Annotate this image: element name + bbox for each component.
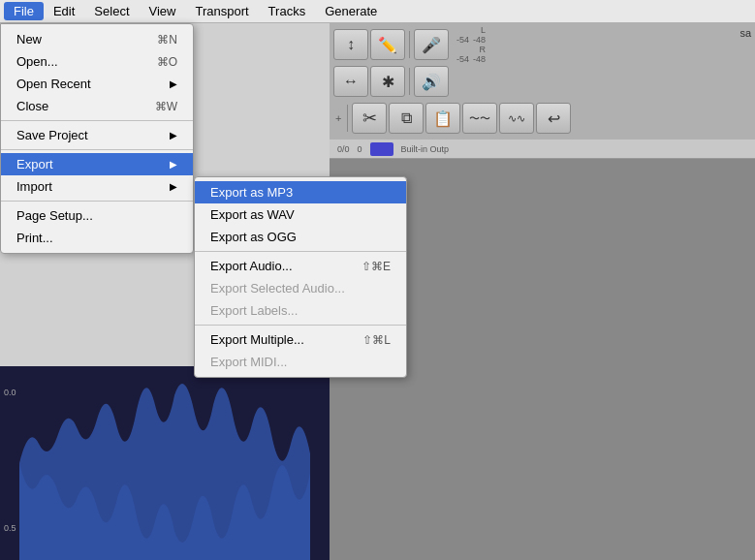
menubar: File Edit Select View Transport Tracks G… [0, 0, 755, 23]
menu-item-page-setup-label: Page Setup... [16, 208, 93, 223]
time-cursor[interactable] [370, 142, 393, 156]
tool-wave2-btn[interactable]: ∿∿ [499, 103, 534, 134]
menu-item-save-project-label: Save Project [16, 128, 88, 142]
menu-item-print-label: Print... [16, 231, 53, 245]
submenu-item-export-ogg[interactable]: Export as OGG [195, 226, 406, 248]
menu-item-print[interactable]: Print... [1, 227, 193, 249]
submenu-separator-1 [195, 251, 406, 252]
menu-item-new[interactable]: New ⌘N [1, 28, 193, 50]
menu-item-new-shortcut: ⌘N [157, 33, 177, 47]
submenu-item-export-multiple-label: Export Multiple... [210, 332, 304, 347]
menu-item-close[interactable]: Close ⌘W [1, 95, 193, 117]
vu-mark-48-1: -48 [473, 35, 486, 45]
vu-label-L: L [481, 25, 486, 35]
tool-pencil-btn[interactable]: ✏️ [370, 29, 405, 60]
menu-item-open-label: Open... [16, 54, 58, 69]
tool-copy-btn[interactable]: ⧉ [389, 103, 424, 134]
export-arrow-icon: ▶ [170, 159, 177, 170]
tool-select-btn[interactable]: ↕ [333, 29, 368, 60]
menu-item-import[interactable]: Import ▶ [1, 175, 193, 198]
submenu-item-export-selected: Export Selected Audio... [195, 277, 406, 299]
time-marker-start: 0/0 [337, 144, 350, 154]
toolbar-row-1: ↕ ✏️ 🎤 L -54 -48 R -54 -48 [333, 27, 751, 62]
menu-item-export-label: Export [16, 157, 53, 171]
tool-scissors-btn[interactable]: ✂ [352, 103, 387, 134]
submenu-item-export-wav[interactable]: Export as WAV [195, 203, 406, 226]
open-recent-arrow-icon: ▶ [170, 78, 177, 89]
menu-item-import-label: Import [16, 179, 52, 194]
menubar-item-select[interactable]: Select [84, 2, 139, 20]
tool-speaker-btn[interactable]: 🔊 [414, 66, 449, 97]
submenu-item-export-labels: Export Labels... [195, 299, 406, 322]
export-submenu-panel: Export as MP3 Export as WAV Export as OG… [194, 176, 407, 378]
waveform-display: 0.0 0.5 [0, 366, 330, 560]
tool-move-btn[interactable]: ↔ [333, 66, 368, 97]
submenu-item-export-multiple-shortcut: ⇧⌘L [362, 333, 391, 347]
output-label: sa [739, 27, 751, 39]
submenu-item-export-mp3[interactable]: Export as MP3 [195, 181, 406, 203]
menubar-item-file[interactable]: File [4, 2, 44, 20]
submenu-item-export-mp3-label: Export as MP3 [210, 185, 293, 200]
submenu-item-export-audio-shortcut: ⇧⌘E [362, 260, 391, 273]
toolbar-divider-2 [409, 68, 410, 95]
submenu-item-export-midi: Export MIDI... [195, 351, 406, 373]
menu-separator-1 [1, 120, 193, 121]
time-ruler: 0/0 0 Built-in Outp [330, 140, 755, 159]
file-menu-panel: New ⌘N Open... ⌘O Open Recent ▶ Close ⌘W… [0, 23, 194, 254]
vu-mark-54-1: -54 [456, 35, 469, 45]
menubar-item-edit[interactable]: Edit [44, 2, 84, 20]
plus-label: + [333, 112, 343, 124]
submenu-item-export-wav-label: Export as WAV [210, 207, 295, 222]
vu-mark-48-2: -48 [473, 54, 486, 64]
submenu-item-export-selected-label: Export Selected Audio... [210, 281, 345, 296]
menu-item-close-shortcut: ⌘W [155, 100, 177, 113]
menu-separator-2 [1, 149, 193, 150]
menu-item-page-setup[interactable]: Page Setup... [1, 204, 193, 227]
toolbar: sa ↕ ✏️ 🎤 L -54 -48 R -54 -48 ↔ [330, 23, 755, 140]
vu-label-R: R [480, 45, 487, 54]
tool-paste-btn[interactable]: 📋 [425, 103, 460, 134]
time-marker-mid: 0 [358, 144, 362, 154]
svg-text:0.5: 0.5 [4, 523, 16, 533]
menu-item-open-recent[interactable]: Open Recent ▶ [1, 73, 193, 95]
toolbar-divider-1 [409, 31, 410, 58]
submenu-item-export-audio-label: Export Audio... [210, 259, 293, 273]
menu-item-open-shortcut: ⌘O [157, 55, 177, 69]
menu-item-open-recent-label: Open Recent [16, 77, 91, 91]
svg-text:0.0: 0.0 [4, 388, 16, 397]
menu-separator-3 [1, 201, 193, 202]
menu-item-save-project[interactable]: Save Project ▶ [1, 124, 193, 146]
tool-wave1-btn[interactable]: 〜〜 [462, 103, 497, 134]
menu-item-new-label: New [16, 32, 42, 47]
menubar-item-view[interactable]: View [140, 2, 186, 20]
import-arrow-icon: ▶ [170, 181, 177, 192]
submenu-item-export-labels-label: Export Labels... [210, 303, 298, 318]
menu-item-export[interactable]: Export ▶ [1, 153, 193, 175]
submenu-item-export-midi-label: Export MIDI... [210, 355, 287, 369]
menu-item-open[interactable]: Open... ⌘O [1, 50, 193, 73]
submenu-item-export-multiple[interactable]: Export Multiple... ⇧⌘L [195, 328, 406, 351]
menubar-item-transport[interactable]: Transport [185, 2, 258, 20]
menubar-item-tracks[interactable]: Tracks [259, 2, 316, 20]
submenu-item-export-ogg-label: Export as OGG [210, 230, 297, 244]
toolbar-divider-3 [347, 105, 348, 132]
tool-mic-btn[interactable]: 🎤 [414, 29, 449, 60]
submenu-item-export-audio[interactable]: Export Audio... ⇧⌘E [195, 255, 406, 277]
save-project-arrow-icon: ▶ [170, 130, 177, 140]
toolbar-row-2: ↔ ✱ 🔊 [333, 64, 751, 99]
submenu-separator-2 [195, 325, 406, 326]
tool-undo-btn[interactable]: ↩ [536, 103, 571, 134]
output-builtin-label: Built-in Outp [401, 144, 450, 154]
tool-star-btn[interactable]: ✱ [370, 66, 405, 97]
menu-item-close-label: Close [16, 99, 48, 113]
toolbar-row-3: + ✂ ⧉ 📋 〜〜 ∿∿ ↩ [333, 101, 751, 136]
file-dropdown: New ⌘N Open... ⌘O Open Recent ▶ Close ⌘W… [0, 23, 194, 254]
vu-mark-54-2: -54 [456, 54, 469, 64]
menubar-item-generate[interactable]: Generate [315, 2, 387, 20]
